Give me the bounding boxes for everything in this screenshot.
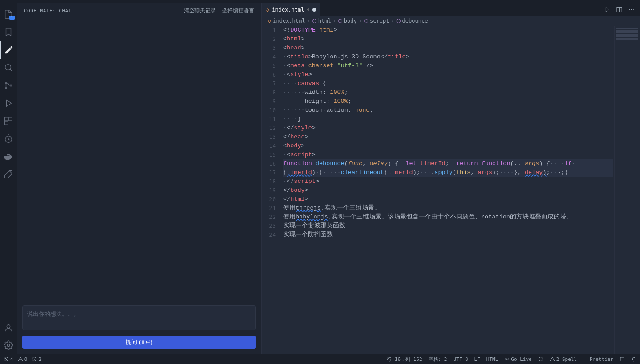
minimap[interactable] [614,26,640,354]
status-spaces[interactable]: 空格: 2 [429,356,447,363]
explorer-badge: 1 [9,16,15,20]
edit-icon[interactable] [0,41,17,59]
timer-icon[interactable] [0,130,17,148]
breadcrumb-item[interactable]: body [344,18,357,24]
chat-messages [17,19,261,300]
tab-bar: ◇ index.html 4 [262,3,640,16]
code-content[interactable]: <!DOCTYPE html><html><head>·<title>Babyl… [283,26,640,354]
remote-icon[interactable] [0,166,17,183]
bookmark-icon[interactable] [0,23,17,41]
settings-icon[interactable] [0,336,17,354]
status-eol[interactable]: LF [474,356,480,362]
breadcrumbs[interactable]: ◇ index.html › ⬡ html › ⬡ body › ⬡ scrip… [262,16,640,26]
status-bar: 4 0 2 行 16，列 162 空格: 2 UTF-8 LF HTML Go … [0,354,640,364]
status-bell-icon[interactable] [631,356,636,362]
symbol-icon: ⬡ [396,18,401,24]
tab-label: index.html [272,7,304,13]
svg-point-8 [7,325,10,328]
status-lang[interactable]: HTML [486,356,498,362]
run-icon[interactable] [604,6,611,13]
status-cursor[interactable]: 行 16，列 162 [387,356,422,363]
svg-point-16 [506,359,507,360]
status-prettier[interactable]: Prettier [583,356,613,362]
svg-point-12 [631,9,632,10]
tab-problem-count: 4 [307,7,310,12]
symbol-icon: ⬡ [364,18,368,24]
activity-bar: 1 [0,3,17,354]
split-editor-icon[interactable] [616,6,623,13]
panel-title: CODE MATE: CHAT [24,8,178,14]
more-icon[interactable] [628,6,635,13]
chat-input[interactable] [22,305,256,330]
svg-point-1 [5,82,7,84]
status-feedback-icon[interactable] [620,356,625,362]
status-info[interactable]: 2 [32,356,41,362]
explorer-icon[interactable]: 1 [0,5,17,23]
svg-point-13 [633,9,634,10]
symbol-icon: ⬡ [338,18,342,24]
source-control-icon[interactable] [0,77,17,94]
svg-point-3 [10,85,12,86]
status-warnings[interactable]: 0 [18,356,28,362]
svg-point-0 [5,65,11,70]
svg-rect-5 [9,117,12,121]
run-debug-icon[interactable] [0,94,17,112]
file-icon: ◇ [268,18,271,24]
symbol-icon: ⬡ [312,18,316,24]
extensions-icon[interactable] [0,112,17,130]
breadcrumb-item[interactable]: html [318,18,331,24]
account-icon[interactable] [0,319,17,336]
svg-rect-6 [5,121,8,125]
status-errors[interactable]: 4 [4,356,13,362]
breadcrumb-item[interactable]: script [370,18,389,24]
breadcrumb-item[interactable]: debounce [402,18,428,24]
tab-index-html[interactable]: ◇ index.html 4 [262,3,320,16]
ask-button[interactable]: 提问 (⇧↩) [22,336,256,349]
svg-point-11 [629,9,630,10]
search-icon[interactable] [0,59,17,77]
docker-icon[interactable] [0,148,17,166]
status-spell[interactable]: 2 Spell [550,356,577,362]
breadcrumb-item[interactable]: index.html [273,18,305,24]
clear-chat-action[interactable]: 清空聊天记录 [184,7,216,15]
status-encoding[interactable]: UTF-8 [453,356,468,362]
chat-panel: CODE MATE: CHAT 清空聊天记录 选择编程语言 提问 (⇧↩) [17,3,262,354]
code-editor[interactable]: 123456789101112131415161718192021222324 … [262,26,640,354]
unsaved-dot-icon [312,8,316,12]
svg-point-9 [7,344,10,347]
html-file-icon: ◇ [266,7,269,13]
line-gutter: 123456789101112131415161718192021222324 [262,26,283,354]
svg-rect-4 [5,117,8,121]
select-language-action[interactable]: 选择编程语言 [222,7,254,15]
editor-area: ◇ index.html 4 ◇ index.html › ⬡ html › [262,3,640,354]
status-cancel[interactable] [538,356,543,362]
status-golive[interactable]: Go Live [504,356,531,362]
svg-point-2 [5,87,7,89]
